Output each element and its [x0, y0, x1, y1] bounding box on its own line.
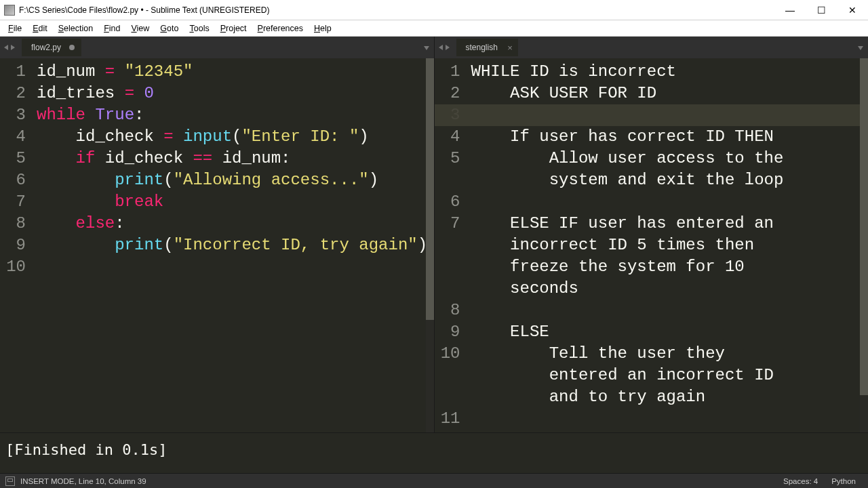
- menu-file[interactable]: File: [3, 22, 27, 35]
- svg-marker-4: [446, 45, 450, 50]
- menu-edit[interactable]: Edit: [27, 22, 53, 35]
- right-pane: 1234567891011 WHILE ID is incorrect ASK …: [435, 58, 869, 432]
- menu-project[interactable]: Project: [215, 22, 252, 35]
- title-bar: F:\CS Series\Code Files\flow2.py • - Sub…: [0, 0, 868, 20]
- nav-back-icon[interactable]: [3, 44, 9, 51]
- window-title: F:\CS Series\Code Files\flow2.py • - Sub…: [19, 5, 774, 15]
- editor-left[interactable]: 12345678910 id_num = "12345"id_tries = 0…: [0, 58, 434, 432]
- menu-view[interactable]: View: [125, 22, 155, 35]
- build-output[interactable]: [Finished in 0.1s]: [0, 432, 868, 473]
- close-button[interactable]: ✕: [837, 0, 868, 20]
- editor-right[interactable]: 1234567891011 WHILE ID is incorrect ASK …: [435, 58, 869, 432]
- svg-marker-1: [11, 45, 15, 50]
- code-area[interactable]: id_num = "12345"id_tries = 0while True: …: [34, 58, 434, 432]
- menu-selection[interactable]: Selection: [53, 22, 98, 35]
- app-icon: [4, 5, 15, 16]
- status-bar: INSERT MODE, Line 10, Column 39 Spaces: …: [0, 473, 868, 488]
- minimize-button[interactable]: —: [774, 0, 806, 20]
- status-indent[interactable]: Spaces: 4: [776, 477, 825, 485]
- nav-back-icon[interactable]: [437, 44, 444, 51]
- tab-overflow-icon[interactable]: [423, 42, 430, 54]
- status-mode: INSERT MODE,: [20, 477, 77, 485]
- panel-switch-icon[interactable]: [5, 476, 15, 486]
- tab-row: flow2.py stenglish ×: [0, 37, 868, 58]
- menu-tools[interactable]: Tools: [184, 22, 214, 35]
- tab-label: stenglish: [466, 43, 498, 52]
- scrollbar-vertical[interactable]: [860, 58, 868, 432]
- svg-marker-5: [858, 46, 863, 50]
- tab-close-icon[interactable]: ×: [507, 43, 513, 53]
- nav-forward-icon[interactable]: [9, 44, 16, 51]
- maximize-button[interactable]: ☐: [806, 0, 837, 20]
- menu-preferences[interactable]: Preferences: [252, 22, 309, 35]
- tab-label: flow2.py: [31, 43, 61, 52]
- scrollbar-vertical[interactable]: [426, 58, 434, 432]
- nav-forward-icon[interactable]: [444, 44, 451, 51]
- gutter: 12345678910: [0, 58, 34, 432]
- menu-help[interactable]: Help: [309, 22, 337, 35]
- menu-bar: FileEditSelectionFindViewGotoToolsProjec…: [0, 20, 868, 37]
- status-position: Line 10, Column 39: [79, 477, 146, 485]
- tab-flow2[interactable]: flow2.py: [22, 39, 81, 56]
- svg-marker-3: [439, 45, 443, 50]
- tab-stenglish[interactable]: stenglish ×: [456, 39, 518, 56]
- editor-split: 12345678910 id_num = "12345"id_tries = 0…: [0, 58, 868, 432]
- svg-marker-0: [4, 45, 8, 50]
- dirty-dot-icon: [69, 45, 75, 50]
- status-syntax[interactable]: Python: [825, 477, 863, 485]
- tab-overflow-icon[interactable]: [857, 42, 864, 54]
- svg-marker-2: [424, 46, 429, 50]
- code-area[interactable]: WHILE ID is incorrect ASK USER FOR ID If…: [469, 58, 869, 432]
- menu-find[interactable]: Find: [98, 22, 125, 35]
- menu-goto[interactable]: Goto: [155, 22, 184, 35]
- left-pane: 12345678910 id_num = "12345"id_tries = 0…: [0, 58, 435, 432]
